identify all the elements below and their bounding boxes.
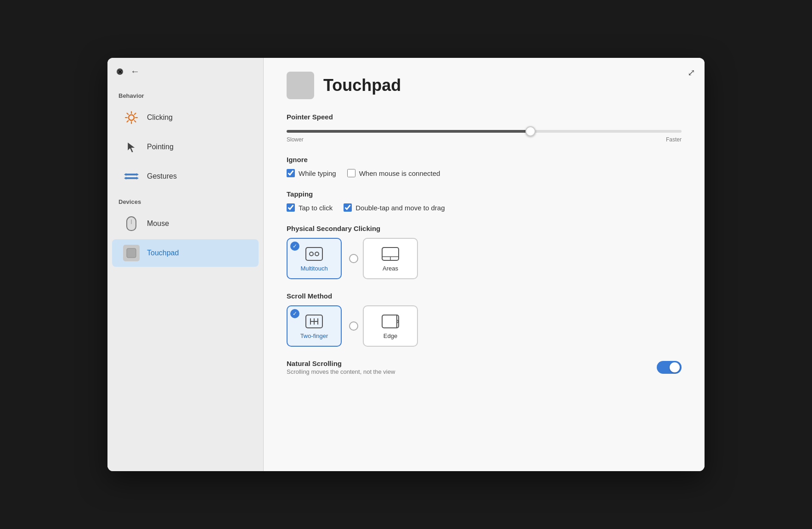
mouse-icon <box>123 215 140 232</box>
physical-secondary-title: Physical Secondary Clicking <box>287 225 682 232</box>
sidebar-item-pointing[interactable]: Pointing <box>112 133 259 161</box>
while-typing-option[interactable]: While typing <box>287 169 336 177</box>
while-typing-label: While typing <box>299 169 336 177</box>
sun-icon <box>123 109 140 126</box>
double-tap-label: Double-tap and move to drag <box>355 204 445 212</box>
physical-secondary-options: ✓ Multitouch <box>287 238 682 279</box>
tap-to-click-checkbox[interactable] <box>287 203 295 212</box>
tapping-title: Tapping <box>287 190 682 198</box>
pointer-speed-title: Pointer Speed <box>287 113 682 121</box>
natural-scroll-desc: Scrolling moves the content, not the vie… <box>287 368 395 375</box>
areas-icon <box>380 246 400 262</box>
edge-icon <box>380 313 400 330</box>
edge-radio[interactable] <box>349 321 358 331</box>
svg-marker-13 <box>136 173 139 176</box>
cursor-icon <box>123 139 140 155</box>
tap-to-click-option[interactable]: Tap to click <box>287 203 333 212</box>
slider-labels: Slower Faster <box>287 136 682 143</box>
main-content: ⤢ Touchpad Pointer Speed Slower Faster I… <box>264 58 705 471</box>
pointer-speed-section: Pointer Speed Slower Faster <box>287 113 682 143</box>
svg-line-8 <box>127 121 129 122</box>
scroll-method-options: ✓ Two-finger <box>287 305 682 347</box>
settings-window: ✕ ← Behavior Clicking <box>107 58 705 471</box>
natural-scroll-row: Natural Scrolling Scrolling moves the co… <box>287 360 682 375</box>
areas-card[interactable]: Areas <box>363 238 418 279</box>
edge-label: Edge <box>383 332 397 339</box>
svg-rect-16 <box>127 248 136 258</box>
tap-to-click-label: Tap to click <box>299 204 333 212</box>
while-typing-checkbox[interactable] <box>287 169 295 177</box>
slower-label: Slower <box>287 136 304 143</box>
scroll-method-title: Scroll Method <box>287 292 682 300</box>
multitouch-card[interactable]: ✓ Multitouch <box>287 238 342 279</box>
svg-rect-28 <box>382 315 399 328</box>
two-finger-check: ✓ <box>290 309 299 318</box>
svg-rect-11 <box>125 177 138 179</box>
double-tap-option[interactable]: Double-tap and move to drag <box>344 203 445 212</box>
natural-scroll-text: Natural Scrolling Scrolling moves the co… <box>287 360 395 375</box>
svg-rect-17 <box>306 248 322 260</box>
svg-marker-12 <box>124 173 126 176</box>
two-finger-card[interactable]: ✓ Two-finger <box>287 305 342 347</box>
slider-container <box>287 126 682 135</box>
edge-option-wrap: Edge <box>349 305 418 347</box>
svg-line-6 <box>135 121 136 122</box>
tapping-section: Tapping Tap to click Double-tap and move… <box>287 190 682 212</box>
svg-rect-10 <box>125 174 138 175</box>
behavior-section-label: Behavior <box>107 85 263 103</box>
touchpad-large-icon <box>287 72 314 99</box>
svg-point-18 <box>310 252 313 256</box>
sidebar: ✕ ← Behavior Clicking <box>107 58 264 471</box>
touchpad-label: Touchpad <box>147 249 179 257</box>
pointer-speed-slider[interactable] <box>287 130 682 133</box>
touchpad-icon <box>123 245 140 261</box>
svg-line-7 <box>135 113 136 115</box>
edge-card[interactable]: Edge <box>363 305 418 347</box>
scroll-method-section: Scroll Method ✓ Two-finger <box>287 292 682 347</box>
multitouch-icon <box>304 246 324 262</box>
mouse-label: Mouse <box>147 219 169 228</box>
natural-scroll-title: Natural Scrolling <box>287 360 395 367</box>
when-mouse-label: When mouse is connected <box>359 169 440 177</box>
toggle-knob <box>670 362 680 372</box>
areas-option-wrap: Areas <box>349 238 418 279</box>
physical-secondary-section: Physical Secondary Clicking ✓ Multitouch <box>287 225 682 279</box>
back-button[interactable]: ← <box>130 66 140 77</box>
page-title: Touchpad <box>323 76 401 95</box>
areas-radio[interactable] <box>349 254 358 263</box>
two-finger-label: Two-finger <box>300 332 328 339</box>
toggle-track <box>657 361 682 374</box>
pointing-label: Pointing <box>147 143 174 151</box>
clicking-label: Clicking <box>147 113 173 122</box>
multitouch-label: Multitouch <box>300 265 327 272</box>
svg-point-0 <box>129 115 134 120</box>
sidebar-item-gestures[interactable]: Gestures <box>112 163 259 190</box>
sidebar-item-mouse[interactable]: Mouse <box>112 210 259 237</box>
close-button[interactable]: ✕ <box>117 68 123 75</box>
ignore-section: Ignore While typing When mouse is connec… <box>287 156 682 177</box>
gestures-icon <box>123 168 140 185</box>
when-mouse-checkbox[interactable] <box>347 169 355 177</box>
multitouch-check: ✓ <box>290 242 299 251</box>
two-finger-icon <box>304 313 324 330</box>
natural-scrolling-section: Natural Scrolling Scrolling moves the co… <box>287 360 682 375</box>
faster-label: Faster <box>666 136 682 143</box>
natural-scroll-toggle[interactable] <box>657 361 682 374</box>
sidebar-item-clicking[interactable]: Clicking <box>112 104 259 131</box>
gestures-label: Gestures <box>147 172 177 180</box>
tapping-options: Tap to click Double-tap and move to drag <box>287 203 682 212</box>
sidebar-item-touchpad[interactable]: Touchpad <box>112 239 259 267</box>
svg-point-19 <box>315 252 319 256</box>
double-tap-checkbox[interactable] <box>344 203 352 212</box>
when-mouse-option[interactable]: When mouse is connected <box>347 169 440 177</box>
svg-marker-15 <box>136 177 139 180</box>
sidebar-header: ✕ ← <box>107 58 263 85</box>
expand-button[interactable]: ⤢ <box>688 67 695 78</box>
ignore-options: While typing When mouse is connected <box>287 169 682 177</box>
svg-marker-14 <box>124 177 126 180</box>
svg-marker-9 <box>128 142 135 152</box>
areas-label: Areas <box>383 265 398 272</box>
ignore-title: Ignore <box>287 156 682 163</box>
svg-line-5 <box>127 113 129 115</box>
main-header: Touchpad <box>287 72 682 99</box>
